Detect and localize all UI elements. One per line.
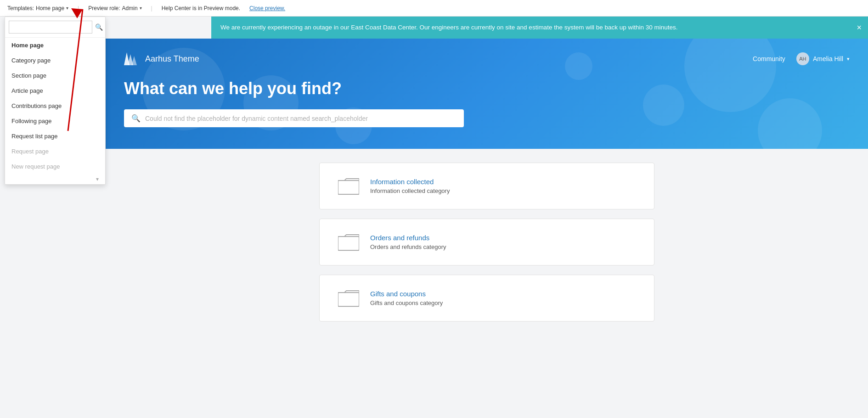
hero-nav: Aarhus Theme Community AH Amelia Hill ▾ bbox=[124, 52, 850, 65]
search-icon: 🔍 bbox=[95, 23, 103, 31]
alert-message: We are currently experiencing an outage … bbox=[220, 24, 678, 31]
preview-role-label: Preview role: bbox=[88, 5, 120, 11]
folder-icon-information bbox=[338, 177, 359, 195]
user-chevron-icon: ▾ bbox=[847, 56, 850, 62]
category-title-information[interactable]: Information collected bbox=[370, 178, 450, 186]
templates-label: Templates: bbox=[7, 5, 34, 11]
dropdown-item-home-page[interactable]: Home page bbox=[5, 38, 105, 53]
svg-marker-4 bbox=[131, 56, 137, 65]
separator2: | bbox=[151, 5, 152, 11]
hero-section: Aarhus Theme Community AH Amelia Hill ▾ … bbox=[106, 39, 868, 149]
category-card-gifts: Gifts and coupons Gifts and coupons cate… bbox=[319, 275, 654, 322]
community-link[interactable]: Community bbox=[753, 55, 785, 62]
close-preview-link[interactable]: Close preview. bbox=[249, 5, 285, 11]
current-template: Home page bbox=[36, 5, 64, 11]
top-bar: Templates: Home page ▾ | Preview role: A… bbox=[0, 0, 868, 17]
user-name-label: Amelia Hill bbox=[813, 55, 843, 62]
category-info-information: Information collected Information collec… bbox=[370, 178, 450, 194]
category-desc-gifts: Gifts and coupons category bbox=[370, 299, 443, 306]
main-wrapper: We are currently experiencing an outage … bbox=[106, 17, 868, 345]
hero-logo: Aarhus Theme bbox=[124, 52, 199, 65]
category-card-information: Information collected Information collec… bbox=[319, 163, 654, 209]
dropdown-search-input[interactable] bbox=[9, 21, 92, 34]
search-icon: 🔍 bbox=[131, 114, 141, 123]
logo-icon bbox=[124, 52, 141, 65]
category-info-orders: Orders and refunds Orders and refunds ca… bbox=[370, 234, 446, 250]
logo-svg bbox=[124, 52, 141, 65]
category-desc-information: Information collected category bbox=[370, 187, 450, 194]
hero-nav-right: Community AH Amelia Hill ▾ bbox=[753, 52, 850, 65]
dropdown-item-following-page[interactable]: Following page bbox=[5, 113, 105, 129]
user-menu[interactable]: AH Amelia Hill ▾ bbox=[796, 52, 850, 65]
alert-banner: We are currently experiencing an outage … bbox=[211, 17, 868, 39]
category-desc-orders: Orders and refunds category bbox=[370, 243, 446, 250]
svg-rect-7 bbox=[338, 293, 359, 306]
hero-search-bar[interactable]: 🔍 Could not find the placeholder for dyn… bbox=[124, 109, 464, 127]
dropdown-list: Home page Category page Section page Art… bbox=[5, 38, 105, 174]
category-title-gifts[interactable]: Gifts and coupons bbox=[370, 290, 443, 298]
new-request-label: New request page bbox=[11, 163, 60, 170]
hero-title: What can we help you find? bbox=[124, 79, 850, 98]
preview-mode-text: Help Center is in Preview mode. bbox=[162, 5, 240, 11]
category-info-gifts: Gifts and coupons Gifts and coupons cate… bbox=[370, 290, 443, 306]
alert-close-button[interactable]: × bbox=[857, 23, 862, 32]
preview-role-value: Admin bbox=[122, 5, 138, 11]
user-avatar: AH bbox=[796, 52, 809, 65]
dropdown-item-category-page[interactable]: Category page bbox=[5, 53, 105, 68]
hero-search-placeholder: Could not find the placeholder for dynam… bbox=[145, 115, 457, 122]
dropdown-item-request-list-page[interactable]: Request list page bbox=[5, 129, 105, 144]
dropdown-search-container: 🔍 bbox=[5, 17, 105, 38]
preview-role-chevron-icon: ▾ bbox=[140, 6, 142, 11]
dropdown-item-section-page[interactable]: Section page bbox=[5, 68, 105, 83]
dropdown-item-request-page: Request page bbox=[5, 144, 105, 159]
dropdown-item-article-page[interactable]: Article page bbox=[5, 83, 105, 98]
separator: | bbox=[78, 5, 79, 11]
templates-chevron-icon: ▾ bbox=[66, 6, 68, 11]
svg-rect-5 bbox=[338, 181, 359, 194]
dropdown-item-contributions-page[interactable]: Contributions page bbox=[5, 98, 105, 113]
content-area: Information collected Information collec… bbox=[106, 149, 868, 345]
templates-dropdown: 🔍 Home page Category page Section page A… bbox=[5, 17, 106, 185]
dropdown-item-new-request-page: New request page bbox=[5, 159, 105, 174]
logo-text: Aarhus Theme bbox=[145, 54, 199, 64]
folder-icon-orders bbox=[338, 233, 359, 251]
templates-dropdown-trigger[interactable]: Templates: Home page ▾ bbox=[7, 5, 68, 11]
category-card-orders: Orders and refunds Orders and refunds ca… bbox=[319, 219, 654, 265]
preview-role-dropdown[interactable]: Preview role: Admin ▾ bbox=[88, 5, 141, 11]
svg-rect-6 bbox=[338, 237, 359, 250]
scroll-indicator: ▾ bbox=[5, 174, 105, 184]
folder-icon-gifts bbox=[338, 289, 359, 307]
category-title-orders[interactable]: Orders and refunds bbox=[370, 234, 446, 242]
